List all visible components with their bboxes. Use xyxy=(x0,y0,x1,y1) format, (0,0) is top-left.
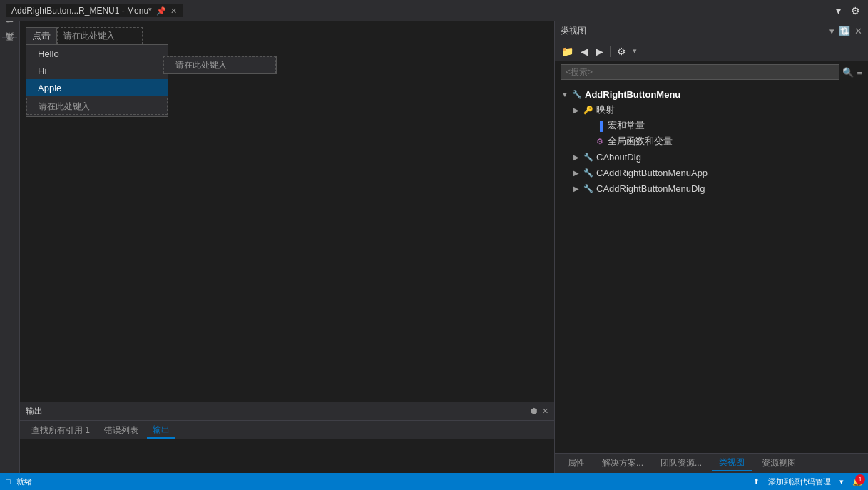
capp-expand-icon[interactable]: ▶ xyxy=(572,169,581,177)
forward-icon[interactable]: ▶ xyxy=(593,44,606,58)
class-view-actions: ▾ 🔃 ✕ xyxy=(829,26,862,36)
output-pin-icon[interactable]: ⬢ xyxy=(531,407,538,416)
class-view-toolbar: 📁 ◀ ▶ ⚙ ▾ xyxy=(555,41,868,61)
root-icon: 🔧 xyxy=(571,88,583,100)
source-control-text[interactable]: 添加到源代码管理 xyxy=(768,476,831,487)
tab-resourceview[interactable]: 资源视图 xyxy=(755,456,803,471)
status-text: 就绪 xyxy=(16,476,32,487)
notification-badge: 1 xyxy=(855,474,865,484)
top-placeholder[interactable]: 请在此处键入 xyxy=(57,27,143,44)
tree-view: ▼ 🔧 AddRightButtonMenu ▶ 🔑 映射 ▐ 宏和常量 ⚙ 全… xyxy=(555,83,868,453)
menu-dropdown: Hello Hi Apple 请在此处键入 xyxy=(26,44,168,117)
submenu-placeholder[interactable]: 请在此处键入 xyxy=(163,56,276,73)
search-input[interactable] xyxy=(561,64,839,80)
folder-icon[interactable]: 📁 xyxy=(559,44,576,58)
sidebar-item-toolbox[interactable]: 工具箱 xyxy=(3,42,16,51)
search-menu-button[interactable]: ≡ xyxy=(857,67,862,78)
tree-item-globals[interactable]: ⚙ 全局函数和变量 xyxy=(555,133,868,149)
capp-icon: 🔧 xyxy=(583,167,594,178)
tree-item-root[interactable]: ▼ 🔧 AddRightButtonMenu xyxy=(555,86,868,102)
root-expand-icon[interactable]: ▼ xyxy=(561,91,569,98)
source-control-icon: ⬆ xyxy=(753,477,760,486)
source-control-dropdown[interactable]: ▾ xyxy=(839,477,844,486)
output-header: 输出 ⬢ ✕ xyxy=(20,402,554,421)
class-view-title: 类视图 xyxy=(561,25,829,37)
macros-icon: ▐ xyxy=(594,120,606,131)
tab-properties[interactable]: 属性 xyxy=(561,456,592,471)
menu-top-row: 点击 Hello Hi Apple 请在此处键入 请在此处键入 xyxy=(26,27,548,44)
class-view-close-icon[interactable]: ✕ xyxy=(854,26,862,36)
output-title: 输出 xyxy=(26,405,43,417)
settings-icon[interactable]: ⚙ xyxy=(849,4,862,18)
globals-label: 全局函数和变量 xyxy=(608,135,673,148)
root-label: AddRightButtonMenu xyxy=(585,89,680,100)
editor-tab[interactable]: AddRightButton...R_MENU1 - Menu* 📌 ✕ xyxy=(6,4,183,17)
back-icon[interactable]: ◀ xyxy=(578,44,591,58)
dropdown-placeholder[interactable]: 请在此处键入 xyxy=(26,98,168,115)
top-bar-actions: ▾ ⚙ xyxy=(834,4,862,18)
dropdown-item-hello[interactable]: Hello xyxy=(26,45,168,62)
tab-title-text: AddRightButton...R_MENU1 - Menu* xyxy=(11,6,152,16)
output-tabs: 查找所有引用 1 错误列表 输出 xyxy=(20,421,554,439)
status-bar-right: ⬆ 添加到源代码管理 ▾ 🔔 1 xyxy=(753,476,862,487)
top-tab-bar: AddRightButton...R_MENU1 - Menu* 📌 ✕ ▾ ⚙ xyxy=(0,0,868,21)
right-panel: 类视图 ▾ 🔃 ✕ 📁 ◀ ▶ ⚙ ▾ 🔍 ≡ ▼ 🔧 AddRig xyxy=(554,21,868,473)
output-panel: 输出 ⬢ ✕ 查找所有引用 1 错误列表 输出 xyxy=(20,402,554,473)
cdlg-expand-icon[interactable]: ▶ xyxy=(572,185,581,193)
search-row: 🔍 ≡ xyxy=(555,61,868,83)
left-sidebar: 服务器资源管理器 工具箱 xyxy=(0,21,20,473)
cabout-icon: 🔧 xyxy=(583,151,594,163)
mapping-label: 映射 xyxy=(596,103,615,116)
status-bar: □ 就绪 ⬆ 添加到源代码管理 ▾ 🔔 1 xyxy=(0,473,868,490)
output-actions: ⬢ ✕ xyxy=(531,407,548,416)
tree-item-macros[interactable]: ▐ 宏和常量 xyxy=(555,118,868,133)
cdlg-icon: 🔧 xyxy=(583,183,594,194)
dropdown-item-hi[interactable]: Hi xyxy=(26,62,168,79)
dropdown-item-apple[interactable]: Apple xyxy=(26,79,168,96)
output-tab-find[interactable]: 查找所有引用 1 xyxy=(26,423,96,438)
submenu-popup: 请在此处键入 xyxy=(163,56,277,74)
tree-item-mapping[interactable]: ▶ 🔑 映射 xyxy=(555,102,868,118)
toolbar-settings-icon[interactable]: ⚙ xyxy=(615,44,628,58)
menu-item-click: 点击 Hello Hi Apple 请在此处键入 xyxy=(26,27,57,44)
cabout-label: CAboutDlg xyxy=(596,152,641,163)
capp-label: CAddRightButtonMenuApp xyxy=(596,168,708,178)
tree-item-cdlg[interactable]: ▶ 🔧 CAddRightButtonMenuDlg xyxy=(555,180,868,196)
tab-solution[interactable]: 解决方案... xyxy=(595,456,650,471)
main-layout: 服务器资源管理器 工具箱 点击 Hello Hi Apple 请在此处键入 xyxy=(0,21,868,473)
class-view-header: 类视图 ▾ 🔃 ✕ xyxy=(555,21,868,41)
class-view-pin-icon[interactable]: 🔃 xyxy=(839,26,850,36)
search-button[interactable]: 🔍 xyxy=(842,67,854,78)
mapping-icon: 🔑 xyxy=(583,104,594,116)
notification-icon[interactable]: 🔔 1 xyxy=(852,477,862,486)
status-icon: □ xyxy=(6,477,11,486)
sidebar-item-server-explorer[interactable]: 服务器资源管理器 xyxy=(3,24,16,33)
sidebar-divider xyxy=(2,37,18,38)
dropdown-icon[interactable]: ▾ xyxy=(834,4,843,18)
globals-icon: ⚙ xyxy=(594,136,606,147)
tab-close-icon[interactable]: ✕ xyxy=(170,6,177,16)
tree-item-caboutdlg[interactable]: ▶ 🔧 CAboutDlg xyxy=(555,149,868,165)
click-button[interactable]: 点击 xyxy=(26,27,57,44)
cabout-expand-icon[interactable]: ▶ xyxy=(572,153,581,161)
output-close-icon[interactable]: ✕ xyxy=(542,407,548,416)
output-tab-output[interactable]: 输出 xyxy=(147,422,175,439)
tab-team[interactable]: 团队资源... xyxy=(653,456,709,471)
tree-item-capp[interactable]: ▶ 🔧 CAddRightButtonMenuApp xyxy=(555,165,868,180)
macros-label: 宏和常量 xyxy=(608,119,645,132)
right-bottom-tab-row: 属性 解决方案... 团队资源... 类视图 资源视图 xyxy=(555,453,868,473)
toolbar-sep xyxy=(610,46,611,57)
menu-editor: 点击 Hello Hi Apple 请在此处键入 请在此处键入 请在此处键入 xyxy=(20,21,554,402)
tab-classview[interactable]: 类视图 xyxy=(712,455,752,471)
mapping-expand-icon[interactable]: ▶ xyxy=(572,106,581,114)
output-content xyxy=(20,439,554,473)
class-view-dropdown-icon[interactable]: ▾ xyxy=(829,26,834,36)
toolbar-settings-dropdown[interactable]: ▾ xyxy=(633,46,637,56)
center-content: 点击 Hello Hi Apple 请在此处键入 请在此处键入 请在此处键入 xyxy=(20,21,554,473)
cdlg-label: CAddRightButtonMenuDlg xyxy=(596,183,705,194)
output-tab-errors[interactable]: 错误列表 xyxy=(98,423,144,438)
tab-pin-icon[interactable]: 📌 xyxy=(156,6,166,16)
